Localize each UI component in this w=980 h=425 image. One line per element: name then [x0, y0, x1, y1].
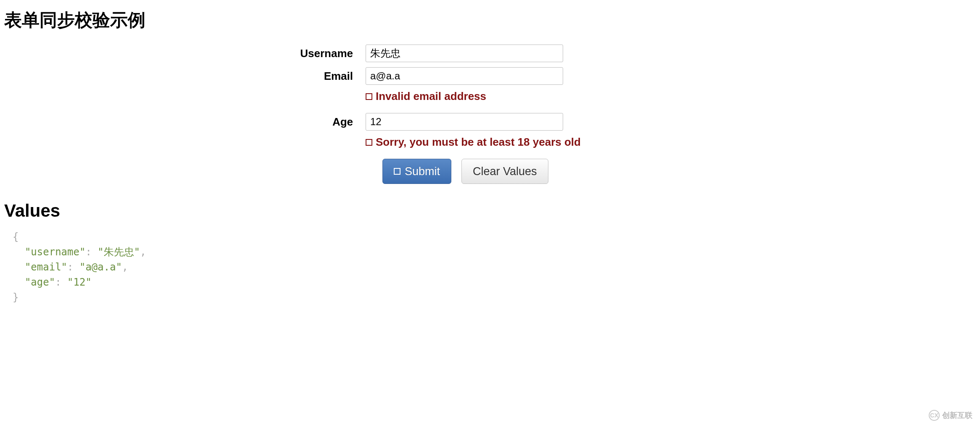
values-heading: Values [4, 201, 976, 221]
values-json-display: { "username": "朱先忠", "email": "a@a.a", "… [4, 229, 976, 305]
clear-values-button[interactable]: Clear Values [461, 159, 548, 184]
clear-button-label: Clear Values [473, 165, 537, 178]
json-username-value: "朱先忠" [97, 246, 140, 258]
email-error-message: Invalid email address [366, 90, 486, 103]
email-input[interactable] [366, 67, 563, 85]
email-error-text: Invalid email address [376, 90, 486, 103]
age-error-message: Sorry, you must be at least 18 years old [366, 136, 581, 149]
age-input[interactable] [366, 113, 563, 131]
age-error-text: Sorry, you must be at least 18 years old [376, 136, 581, 149]
email-label: Email [4, 70, 366, 83]
email-error-row: Invalid email address [4, 90, 976, 103]
form-row-age: Age [4, 113, 976, 131]
form-row-username: Username [4, 45, 976, 62]
username-label: Username [4, 47, 366, 60]
age-error-row: Sorry, you must be at least 18 years old [4, 136, 976, 149]
submit-icon [394, 168, 400, 175]
age-label: Age [4, 115, 366, 129]
submit-button-label: Submit [405, 165, 440, 178]
json-age-value: "12" [67, 276, 92, 288]
username-input[interactable] [366, 45, 563, 62]
error-icon [366, 139, 372, 146]
submit-button[interactable]: Submit [382, 159, 451, 184]
button-row: Submit Clear Values [382, 159, 976, 184]
form: Username Email Invalid email address Age… [4, 45, 976, 184]
json-email-value: "a@a.a" [79, 261, 122, 273]
page-title: 表单同步校验示例 [4, 8, 976, 32]
form-row-email: Email [4, 67, 976, 85]
error-icon [366, 93, 372, 100]
